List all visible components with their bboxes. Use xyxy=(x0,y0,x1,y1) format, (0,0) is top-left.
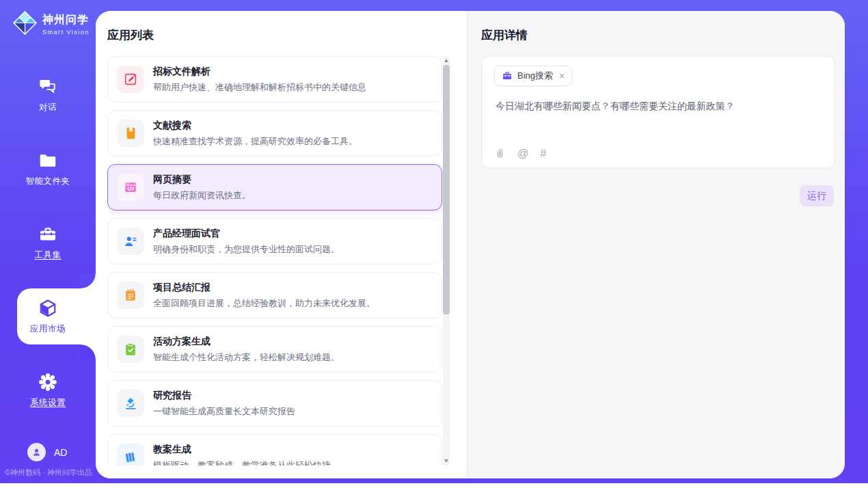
app-card-desc: 智能生成个性化活动方案，轻松解决规划难题。 xyxy=(153,351,340,364)
app-card-desc: 一键智能生成高质量长文本研究报告 xyxy=(153,405,295,418)
sidebar-item-chat[interactable]: 对话 xyxy=(0,72,96,118)
chat-icon xyxy=(38,77,58,97)
sidebar: 神州问学 Smart Vision 对话智能文件夹工具集应用市场系统设置 AD … xyxy=(0,0,96,483)
sidebar-item-label: 应用市场 xyxy=(30,323,66,335)
logo-subtitle: Smart Vision xyxy=(42,29,90,36)
app-card-title: 研究报告 xyxy=(153,390,295,402)
app-card-7[interactable]: 研究报告一键智能生成高质量长文本研究报告 xyxy=(107,380,442,426)
sidebar-item-label: 工具集 xyxy=(35,249,62,261)
scroll-up-arrow-icon[interactable] xyxy=(444,59,448,62)
app-card-title: 文献搜索 xyxy=(153,120,357,132)
sidebar-item-label: 智能文件夹 xyxy=(26,176,70,187)
logo-title: 神州问学 xyxy=(42,13,90,27)
app-card-5[interactable]: 项目总结汇报全面回顾项目进展，总结经验教训，助力未来优化发展。 xyxy=(107,272,442,318)
user-account[interactable]: AD xyxy=(27,443,67,461)
briefcase-icon xyxy=(502,70,513,81)
sidebar-item-label: 系统设置 xyxy=(30,397,66,409)
interviewer-icon xyxy=(117,228,144,255)
app-card-title: 网页摘要 xyxy=(153,174,251,186)
cube-icon xyxy=(38,298,58,318)
tool-chip-bing-search[interactable]: Bing搜索 × xyxy=(494,66,572,86)
book-icon xyxy=(117,120,144,147)
app-logo: 神州问学 Smart Vision xyxy=(12,10,90,38)
copyright-text: ©神州数码 · 神州问学出品 xyxy=(5,467,92,478)
content-panel: 应用列表 招标文件解析帮助用户快速、准确地理解和解析招标书中的关键信息文献搜索快… xyxy=(96,11,845,478)
app-list: 招标文件解析帮助用户快速、准确地理解和解析招标书中的关键信息文献搜索快速精准查找… xyxy=(107,56,443,465)
active-notch-top xyxy=(81,273,96,288)
app-card-title: 活动方案生成 xyxy=(153,336,340,348)
attach-paperclip-icon[interactable] xyxy=(494,148,506,159)
sidebar-item-label: 对话 xyxy=(39,102,57,113)
app-list-pane: 应用列表 招标文件解析帮助用户快速、准确地理解和解析招标书中的关键信息文献搜索快… xyxy=(96,11,467,478)
prompt-card: Bing搜索 × 今日湖北有哪些新闻要点？有哪些需要关注的最新政策？ @ # xyxy=(481,56,835,168)
chip-close-icon[interactable]: × xyxy=(559,71,565,81)
doc-edit-icon xyxy=(117,66,144,93)
active-notch-bottom xyxy=(81,344,96,360)
notepad-icon xyxy=(117,282,144,309)
user-avatar xyxy=(27,443,46,461)
browser-code-icon xyxy=(117,174,144,201)
app-card-title: 教案生成 xyxy=(153,444,331,456)
app-card-2[interactable]: 文献搜索快速精准查找学术资源，提高研究效率的必备工具。 xyxy=(107,110,442,157)
sidebar-item-settings[interactable]: 系统设置 xyxy=(0,367,96,414)
briefcase-icon xyxy=(38,224,58,245)
mention-at-icon[interactable]: @ xyxy=(517,148,528,159)
app-card-title: 产品经理面试官 xyxy=(153,228,340,240)
books-icon xyxy=(117,444,144,465)
app-card-desc: 全面回顾项目进展，总结经验教训，助力未来优化发展。 xyxy=(153,297,375,310)
user-name: AD xyxy=(54,447,67,458)
app-card-3[interactable]: 网页摘要每日政府新闻资讯快查。 xyxy=(107,164,442,211)
app-card-desc: 每日政府新闻资讯快查。 xyxy=(153,189,251,202)
sidebar-item-toolset[interactable]: 工具集 xyxy=(0,219,96,266)
sidebar-item-smart-folder[interactable]: 智能文件夹 xyxy=(0,146,96,192)
clipboard-check-icon xyxy=(117,336,144,363)
app-list-title: 应用列表 xyxy=(107,27,154,43)
scroll-down-arrow-icon[interactable] xyxy=(444,459,448,463)
app-card-6[interactable]: 活动方案生成智能生成个性化活动方案，轻松解决规划难题。 xyxy=(107,326,442,372)
app-card-desc: 明确身份和职责，为您提供专业性的面试问题。 xyxy=(153,243,340,256)
sidebar-item-app-market[interactable]: 应用市场 xyxy=(0,293,96,340)
app-card-title: 项目总结汇报 xyxy=(153,282,375,294)
topic-hash-icon[interactable]: # xyxy=(540,148,546,159)
app-card-desc: 快速精准查找学术资源，提高研究效率的必备工具。 xyxy=(153,135,357,148)
tool-chip-label: Bing搜索 xyxy=(517,70,553,82)
run-button[interactable]: 运行 xyxy=(800,185,834,206)
scrollbar-thumb[interactable] xyxy=(443,65,450,314)
logo-diamond-icon xyxy=(12,10,38,38)
app-card-1[interactable]: 招标文件解析帮助用户快速、准确地理解和解析招标书中的关键信息 xyxy=(107,56,442,103)
app-card-title: 招标文件解析 xyxy=(153,66,366,78)
scrollbar[interactable] xyxy=(443,56,450,465)
composer-toolbar: @ # xyxy=(494,148,546,159)
app-card-8[interactable]: 教案生成模板驱动，教案秒成，教学准备从此轻松快捷 xyxy=(107,434,442,465)
app-detail-title: 应用详情 xyxy=(481,27,528,43)
microscope-icon xyxy=(117,390,144,417)
query-input[interactable]: 今日湖北有哪些新闻要点？有哪些需要关注的最新政策？ xyxy=(496,99,821,113)
folder-icon xyxy=(38,150,58,171)
app-detail-pane: 应用详情 Bing搜索 × 今日湖北有哪些新闻要点？有哪些需要关注的最新政策？ … xyxy=(467,11,845,478)
app-card-desc: 帮助用户快速、准确地理解和解析招标书中的关键信息 xyxy=(153,81,366,94)
gear-icon xyxy=(38,372,58,392)
app-card-desc: 模板驱动，教案秒成，教学准备从此轻松快捷 xyxy=(153,459,331,466)
sidebar-nav: 对话智能文件夹工具集应用市场系统设置 xyxy=(0,72,96,441)
app-card-4[interactable]: 产品经理面试官明确身份和职责，为您提供专业性的面试问题。 xyxy=(107,218,442,265)
